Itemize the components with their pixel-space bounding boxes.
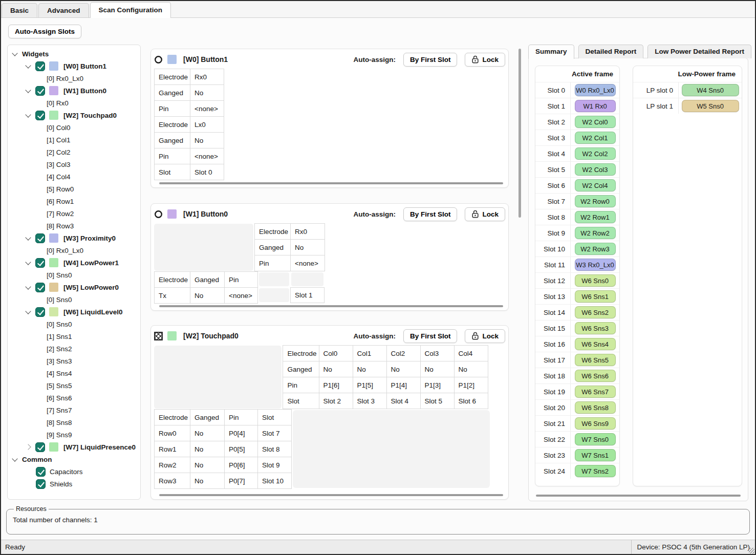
property-value-cell[interactable]: P1[2]: [454, 377, 488, 393]
checkbox-checked-icon[interactable]: [36, 467, 46, 477]
slot-assignment-pill[interactable]: W6 Sns6: [575, 370, 616, 382]
slot-assignment-pill[interactable]: W2 Row1: [575, 211, 616, 223]
chevron-icon[interactable]: [12, 50, 17, 56]
report-tab[interactable]: Low Power Detailed Report: [647, 45, 751, 58]
tree-item[interactable]: [2] Col2: [8, 146, 140, 158]
checkbox-checked-icon[interactable]: [35, 233, 45, 243]
property-value-cell[interactable]: Slot 2: [319, 393, 353, 409]
property-value-cell[interactable]: P1[5]: [353, 377, 386, 393]
middle-vertical-scrollbar[interactable]: [519, 49, 521, 499]
ganged-cell[interactable]: No: [190, 457, 225, 473]
report-tab[interactable]: Summary: [528, 45, 574, 59]
slot-assignment-pill[interactable]: W7 Sns2: [575, 465, 616, 477]
tree-item[interactable]: [W1] Button0: [8, 84, 140, 97]
by-first-slot-button[interactable]: By First Slot: [403, 329, 458, 343]
lock-button[interactable]: Lock: [465, 53, 505, 67]
checkbox-checked-icon[interactable]: [35, 61, 45, 71]
slot-cell[interactable]: Slot 8: [258, 441, 292, 457]
property-value-cell[interactable]: Rx0: [291, 224, 325, 240]
tree-item[interactable]: [W0] Button1: [8, 60, 140, 72]
by-first-slot-button[interactable]: By First Slot: [403, 53, 458, 67]
property-value-cell[interactable]: P1[3]: [420, 377, 454, 393]
slot-assignment-pill[interactable]: W2 Col1: [575, 132, 616, 144]
property-value-cell[interactable]: No: [190, 85, 224, 101]
property-value-cell[interactable]: No: [291, 240, 325, 255]
slot-assignment-pill[interactable]: W6 Sns5: [575, 354, 616, 366]
property-value-cell[interactable]: No: [190, 133, 224, 148]
slot-assignment-pill[interactable]: W3 Rx0_Lx0: [575, 259, 616, 271]
slot-assignment-pill[interactable]: W2 Row3: [575, 243, 616, 255]
tree-item[interactable]: [7] Sns7: [8, 404, 140, 416]
tree-item[interactable]: [6] Row1: [8, 195, 140, 207]
property-value-cell[interactable]: Slot 0: [190, 164, 224, 180]
property-value-cell[interactable]: Slot 3: [353, 393, 386, 409]
property-value-cell[interactable]: P1[6]: [319, 377, 353, 393]
tree-item[interactable]: [W3] Proximity0: [8, 232, 140, 244]
slot-assignment-pill[interactable]: W7 Sns0: [575, 433, 616, 445]
tree-item[interactable]: [W4] LowPower1: [8, 257, 140, 269]
property-value-cell[interactable]: <none>: [190, 148, 224, 164]
tree-item[interactable]: [0] Rx0_Lx0: [8, 72, 140, 84]
slot-assignment-pill[interactable]: W4 Sns0: [682, 84, 739, 96]
slot-assignment-pill[interactable]: W6 Sns0: [575, 274, 616, 287]
ganged-cell[interactable]: No: [190, 288, 225, 304]
slot-assignment-pill[interactable]: W6 Sns2: [575, 306, 616, 318]
tree-item[interactable]: [0] Rx0_Lx0: [8, 244, 140, 257]
chevron-icon[interactable]: [25, 112, 31, 117]
tree-item[interactable]: [0] Sns0: [8, 318, 140, 330]
property-value-cell[interactable]: Col1: [353, 346, 386, 361]
by-first-slot-button[interactable]: By First Slot: [403, 207, 458, 221]
tree-item[interactable]: [5] Row0: [8, 183, 140, 195]
property-value-cell[interactable]: Slot 5: [420, 393, 454, 409]
horizontal-scrollbar[interactable]: [159, 305, 503, 307]
property-value-cell[interactable]: No: [353, 361, 386, 377]
main-tab[interactable]: Basic: [2, 3, 37, 17]
tree-item[interactable]: [1] Sns1: [8, 330, 140, 343]
pin-cell[interactable]: P0[6]: [225, 457, 258, 473]
chevron-icon[interactable]: [25, 284, 31, 289]
tree-item[interactable]: [6] Sns6: [8, 392, 140, 404]
tree-item[interactable]: [1] Col1: [8, 134, 140, 146]
property-value-cell[interactable]: <none>: [291, 255, 325, 271]
property-value-cell[interactable]: Col4: [454, 346, 488, 361]
property-value-cell[interactable]: Col0: [319, 346, 353, 361]
tree-item[interactable]: Shields: [8, 478, 140, 490]
slot-assignment-pill[interactable]: W7 Sns1: [575, 449, 616, 461]
tree-item[interactable]: [3] Col3: [8, 158, 140, 170]
property-value-cell[interactable]: P1[4]: [386, 377, 420, 393]
checkbox-checked-icon[interactable]: [35, 86, 45, 96]
property-value-cell[interactable]: No: [319, 361, 353, 377]
scrollbar-thumb[interactable]: [519, 49, 521, 218]
tree-item[interactable]: Common: [8, 453, 140, 465]
slot-cell[interactable]: Slot 10: [258, 473, 292, 489]
checkbox-checked-icon[interactable]: [35, 258, 45, 268]
tree-item[interactable]: [W5] LowPower0: [8, 281, 140, 293]
ganged-cell[interactable]: No: [190, 441, 225, 457]
slot-assignment-pill[interactable]: W6 Sns8: [575, 401, 616, 414]
chevron-icon[interactable]: [25, 308, 31, 314]
slot-assignment-cell[interactable]: Slot 1: [290, 287, 325, 303]
slot-assignment-pill[interactable]: W2 Col3: [575, 163, 616, 176]
slot-assignment-pill[interactable]: W6 Sns9: [575, 417, 616, 430]
report-tab[interactable]: Detailed Report: [578, 45, 644, 58]
tree-item[interactable]: [W2] Touchpad0: [8, 109, 140, 121]
resize-grip[interactable]: [749, 548, 754, 553]
slot-assignment-pill[interactable]: W1 Rx0: [575, 100, 616, 112]
tree-item[interactable]: [7] Row2: [8, 207, 140, 220]
ganged-cell[interactable]: No: [190, 425, 225, 441]
tree-item[interactable]: [2] Sns2: [8, 343, 140, 355]
tree-item[interactable]: [4] Col4: [8, 170, 140, 183]
horizontal-scrollbar[interactable]: [159, 494, 503, 496]
lock-button[interactable]: Lock: [465, 207, 505, 221]
tree-item[interactable]: [8] Sns8: [8, 416, 140, 429]
checkbox-checked-icon[interactable]: [35, 111, 45, 120]
chevron-icon[interactable]: [25, 234, 31, 240]
chevron-icon[interactable]: [12, 456, 17, 461]
slot-assignment-pill[interactable]: W6 Sns4: [575, 338, 616, 350]
chevron-icon[interactable]: [25, 62, 31, 68]
pin-cell[interactable]: P0[5]: [225, 441, 258, 457]
tree-item[interactable]: Widgets: [8, 48, 140, 60]
chevron-icon[interactable]: [25, 87, 31, 93]
tree-item[interactable]: [0] Sns0: [8, 293, 140, 306]
slot-assignment-pill[interactable]: W2 Col0: [575, 116, 616, 128]
